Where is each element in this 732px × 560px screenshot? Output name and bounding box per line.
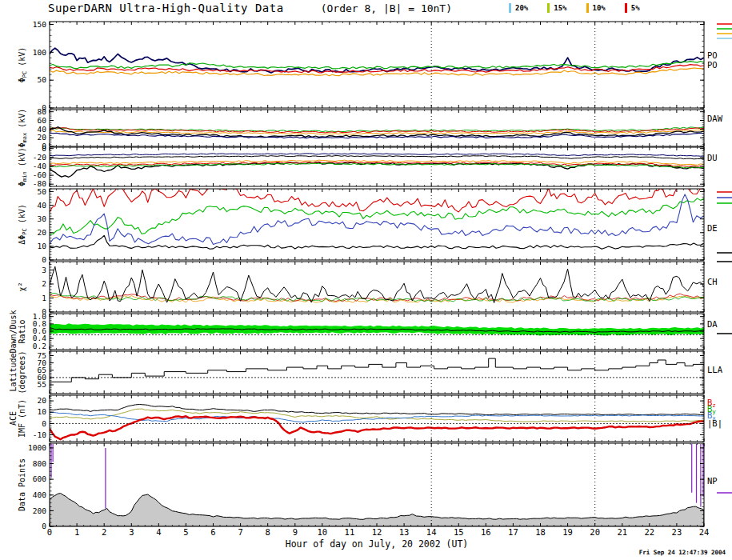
x-tick-label: 4: [156, 527, 161, 537]
x-tick-label: 19: [562, 527, 573, 537]
y-tick-label: 400: [33, 490, 46, 499]
y-tick-label: -60: [33, 170, 46, 179]
panel-frame: [50, 262, 704, 312]
panel-series-phi-max: [50, 127, 704, 138]
panel-ace-imf: -1001020ACEIMF (nT): [9, 395, 704, 442]
panel-phi-max: 020406080Φmax (kV): [18, 107, 704, 150]
y-axis-label: Latitude: [9, 353, 18, 391]
x-tick-label: 14: [426, 527, 437, 537]
panel-phi-min: 0-20-40-60-80Φmin (kV): [18, 144, 704, 189]
panel-data-points: 02004006008001000Data Points: [18, 443, 704, 530]
x-tick-label: 1: [74, 527, 79, 537]
panel-phi-pc: 050100150ΦPC (kV): [18, 20, 704, 113]
y-tick-label: 10: [38, 242, 47, 250]
major-ticks: [50, 22, 704, 108]
minor-ticks: [50, 189, 704, 260]
panel-frame: [50, 110, 704, 146]
x-tick-label: 9: [293, 527, 298, 537]
y-tick-label: 40: [38, 201, 47, 210]
x-tick-label: 20: [590, 527, 600, 537]
major-ticks: [50, 110, 704, 146]
panel-delta-phi-pc: 01020304050ΔΦPC (kV): [18, 182, 704, 264]
right-panel-label: LLA: [707, 365, 723, 374]
right-panel-label: DAW: [707, 114, 723, 123]
y-tick-label: 800: [33, 459, 46, 468]
panel-chi-squared: 0123χ²: [18, 262, 704, 316]
right-panel-label: CH: [707, 277, 718, 286]
x-tick-label: 12: [372, 527, 382, 537]
y-axis-label: ACE: [9, 411, 18, 426]
y-tick-label: 20: [38, 133, 47, 142]
x-tick-label: 22: [644, 527, 654, 537]
right-panel-label: DU: [707, 153, 718, 162]
y-tick-label: 200: [33, 506, 46, 515]
minor-ticks: [50, 22, 704, 108]
major-ticks: [50, 262, 704, 312]
y-tick-label: 1000: [28, 443, 46, 452]
y-tick-label: -10: [33, 430, 46, 439]
y-axis-label: χ²: [18, 282, 26, 291]
y-tick-label: 75: [38, 351, 46, 360]
x-tick-label: 23: [672, 527, 682, 537]
x-tick-label: 10: [317, 527, 327, 537]
panel-series-chi-squared: [50, 266, 704, 302]
y-axis-label: ΔΦPC (kV): [18, 204, 28, 245]
y-axis-label: IMF (nT): [18, 399, 26, 438]
x-tick-label: 15: [454, 527, 464, 537]
y-tick-label: -40: [33, 162, 46, 170]
minor-ticks: [50, 262, 704, 312]
superdarn-plot-page: SuperDARN Ultra-High-Quality Data(Order …: [0, 0, 732, 560]
panel-series-phi-min: [50, 154, 704, 178]
x-tick-label: 7: [238, 527, 242, 537]
series-dev-black: [50, 235, 704, 249]
right-panel-label: |B|: [707, 418, 722, 429]
x-tick-label: 18: [535, 527, 546, 537]
panel-series-dawn-dusk-ratio: [50, 323, 704, 335]
y-tick-label: 0: [42, 144, 46, 153]
y-axis-label: (degrees): [18, 350, 26, 394]
y-axis-label: ΦPC (kV): [18, 47, 28, 83]
panel-series-phi-pc: [50, 48, 704, 76]
right-panel-label: DE: [707, 223, 718, 233]
x-tick-label: 0: [47, 527, 52, 537]
x-axis-title: Hour of day on July, 20 2002 (UT): [50, 538, 704, 550]
y-tick-label: -20: [33, 153, 46, 162]
y-tick-label: 100: [33, 48, 46, 57]
x-tick-label: 3: [129, 527, 134, 537]
x-tick-label: 24: [699, 527, 710, 537]
panel-frame: [50, 351, 704, 394]
x-tick-label: 13: [399, 527, 410, 537]
y-tick-label: 0: [42, 255, 46, 264]
x-tick-label: 16: [481, 527, 491, 537]
y-tick-label: 80: [38, 107, 47, 116]
y-tick-label: 10: [38, 407, 47, 416]
x-tick-label: 6: [210, 527, 215, 537]
x-tick-label: 2: [102, 527, 106, 537]
panel-series-ace-imf: [50, 405, 704, 440]
series-pc-potential: [50, 48, 704, 73]
y-tick-label: 50: [38, 75, 47, 84]
series-lower-lat-boundary: [50, 358, 704, 382]
series-min-upper2: [50, 156, 704, 159]
minor-ticks: [50, 351, 704, 394]
y-tick-label: 0: [42, 522, 46, 530]
panel-dawn-dusk-ratio: 0.20.40.60.81.0Dawn/DuskRatio: [9, 310, 704, 353]
y-tick-label: 150: [33, 20, 46, 29]
y-tick-label: 60: [38, 116, 47, 125]
render-timestamp: Fri Sep 24 12:47:39 2004: [639, 549, 726, 556]
panel-frame: [50, 189, 704, 260]
right-panel-label: NP: [707, 476, 718, 486]
panel-series-data-points: [50, 444, 704, 526]
series-data-points-area: [50, 494, 704, 527]
y-axis-label: Dawn/Dusk: [9, 310, 18, 353]
x-tick-label: 8: [266, 527, 270, 537]
y-axis-label: Data Points: [18, 458, 26, 511]
major-ticks: [50, 189, 704, 260]
major-ticks: [50, 351, 704, 394]
panel-latitude: 5560657075Latitude(degrees): [9, 350, 704, 394]
right-panel-label: PO: [707, 60, 718, 70]
panel-frame: [50, 22, 704, 108]
minor-ticks: [50, 110, 704, 146]
y-tick-label: 40: [38, 125, 47, 134]
series-threshold-15pct: [50, 62, 704, 69]
